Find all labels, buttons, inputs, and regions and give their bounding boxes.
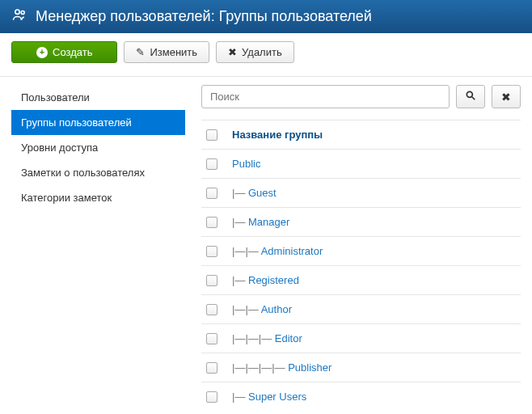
table-row: |—|—|— Editor [201,323,521,353]
users-icon [11,6,27,27]
group-name-link[interactable]: Editor [275,332,302,344]
table-row: |—|— Author [201,294,521,323]
row-checkbox[interactable] [206,217,217,228]
sidebar-item[interactable]: Группы пользователей [11,110,185,135]
row-checkbox[interactable] [206,333,217,344]
table-row: |— Super Users [201,382,521,411]
tree-prefix: |—|—|— [232,332,275,344]
tree-prefix: |— [232,187,248,199]
sidebar-item[interactable]: Категории заметок [11,185,185,210]
group-name-cell: |— Super Users [232,391,516,403]
group-name-cell: |— Manager [232,216,516,228]
table-body: Public|— Guest|— Manager|—|— Administrat… [201,149,521,411]
group-name-link[interactable]: Administrator [261,245,323,257]
delete-button[interactable]: ✖ Удалить [216,41,294,63]
tree-prefix: |— [232,274,248,286]
edit-button-label: Изменить [150,46,197,58]
group-name-cell: |— Registered [232,274,516,286]
sidebar-item[interactable]: Пользователи [11,85,185,110]
search-button[interactable] [456,85,485,108]
row-checkbox[interactable] [206,391,217,403]
group-name-link[interactable]: Author [261,303,292,315]
row-checkbox[interactable] [206,158,217,170]
search-bar: ✖ [201,85,521,108]
tree-prefix: |— [232,216,248,228]
row-checkbox[interactable] [206,188,217,199]
table-row: |— Manager [201,207,521,236]
group-name-link[interactable]: Super Users [248,391,306,403]
row-checkbox[interactable] [206,362,217,374]
column-header-name[interactable]: Название группы [232,129,516,141]
table-row: |—|—|—|— Publisher [201,353,521,382]
tree-prefix: |—|—|—|— [232,361,288,374]
table-row: |—|— Administrator [201,236,521,265]
delete-button-label: Удалить [242,46,282,58]
row-checkbox[interactable] [206,304,217,315]
tree-prefix: |— [232,391,248,403]
create-button-label: Создать [53,46,92,58]
table-header: Название группы [201,120,521,149]
group-name-link[interactable]: Publisher [288,361,331,374]
content: ПользователиГруппы пользователейУровни д… [0,77,532,414]
select-all-checkbox[interactable] [206,129,217,141]
toolbar: + Создать ✎ Изменить ✖ Удалить [0,33,532,77]
group-name-cell: |—|—|— Editor [232,332,516,344]
main: ✖ Название группы Public|— Guest|— Manag… [201,85,521,411]
svg-point-2 [467,91,472,97]
group-name-cell: |— Guest [232,187,516,199]
edit-button[interactable]: ✎ Изменить [124,41,209,63]
close-icon: ✖ [501,91,511,104]
sidebar-item[interactable]: Заметки о пользователях [11,160,185,185]
table-row: |— Registered [201,265,521,294]
row-checkbox[interactable] [206,275,217,286]
group-name-link[interactable]: Manager [248,216,289,228]
table-row: Public [201,149,521,178]
plus-icon: + [36,47,48,58]
group-name-link[interactable]: Registered [248,274,299,286]
svg-line-3 [472,97,475,100]
delete-icon: ✖ [228,46,237,58]
group-name-cell: |—|— Administrator [232,245,516,257]
group-name-cell: |—|—|—|— Publisher [232,361,516,374]
clear-search-button[interactable]: ✖ [492,85,521,108]
svg-point-1 [21,11,24,15]
row-checkbox[interactable] [206,246,217,257]
page-title: Менеджер пользователей: Группы пользоват… [36,8,372,25]
sidebar-item[interactable]: Уровни доступа [11,135,185,160]
create-button[interactable]: + Создать [11,41,117,63]
svg-point-0 [15,10,19,14]
group-name-link[interactable]: Guest [248,187,277,199]
group-name-cell: |—|— Author [232,303,516,315]
group-name-cell: Public [232,158,516,170]
table-row: |— Guest [201,178,521,207]
group-name-link[interactable]: Public [232,158,260,170]
page-header: Менеджер пользователей: Группы пользоват… [0,0,532,33]
tree-prefix: |—|— [232,303,261,315]
sidebar: ПользователиГруппы пользователейУровни д… [11,85,185,210]
edit-icon: ✎ [136,46,145,58]
tree-prefix: |—|— [232,245,261,257]
search-input[interactable] [201,85,450,108]
search-icon [465,90,476,104]
